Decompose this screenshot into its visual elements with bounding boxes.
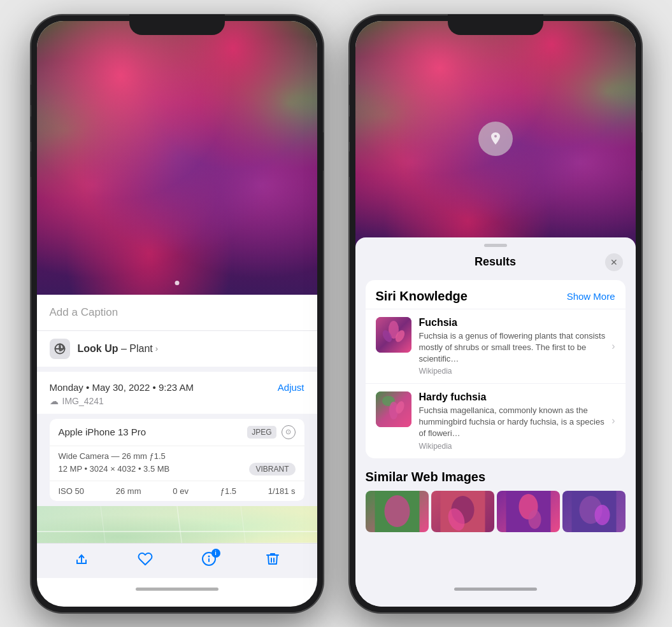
left-toolbar: i <box>37 543 317 578</box>
lookup-row[interactable]: Look Up – Plant › <box>37 330 317 367</box>
share-button[interactable] <box>74 551 89 570</box>
format-badge: JPEG <box>247 426 276 439</box>
device-row: Apple iPhone 13 Pro JPEG ⊙ <box>50 419 304 446</box>
right-volume-down-button[interactable] <box>349 151 350 177</box>
exif-focal: 26 mm <box>116 486 141 496</box>
siri-knowledge-title: Siri Knowledge <box>376 289 468 304</box>
fuchsia-thumbnail <box>376 317 411 353</box>
lookup-label: Look Up – Plant <box>78 343 153 355</box>
hardy-fuchsia-description: Fuchsia magellanica, commonly known as t… <box>419 405 608 440</box>
fuchsia-name: Fuchsia <box>419 317 608 328</box>
siri-knowledge-header: Siri Knowledge Show More <box>366 280 626 309</box>
device-name: Apple iPhone 13 Pro <box>59 426 147 437</box>
hardy-chevron: › <box>611 415 615 426</box>
results-title: Results <box>386 255 605 269</box>
similar-web-title: Similar Web Images <box>366 470 626 484</box>
trash-button[interactable] <box>265 551 280 570</box>
location-badge[interactable]: ⊙ <box>282 425 296 439</box>
device-badges: JPEG ⊙ <box>247 425 295 439</box>
info-badge: i <box>211 549 220 558</box>
date-section: Monday • May 30, 2022 • 9:23 AM Adjust ☁… <box>37 372 317 414</box>
camera-specs: Wide Camera — 26 mm ƒ1.5 12 MP • 3024 × … <box>50 446 304 481</box>
right-photo-display <box>355 21 636 257</box>
photo-details: Add a Caption Look Up – Plant › <box>37 295 317 557</box>
left-phone-screen: Add a Caption Look Up – Plant › <box>37 21 317 607</box>
knowledge-item-fuchsia[interactable]: Fuchsia Fuchsia is a genus of flowering … <box>366 309 626 384</box>
svg-point-27 <box>594 505 610 525</box>
similar-image-1[interactable] <box>366 491 429 532</box>
left-home-indicator <box>136 588 218 591</box>
exif-ev: 0 ev <box>173 486 189 496</box>
svg-point-18 <box>384 495 410 527</box>
show-more-button[interactable]: Show More <box>567 291 615 302</box>
left-phone: Add a Caption Look Up – Plant › <box>31 15 324 613</box>
fuchsia-content: Fuchsia Fuchsia is a genus of flowering … <box>419 317 608 376</box>
heart-button[interactable] <box>138 551 153 570</box>
similar-web-section: Similar Web Images <box>355 461 636 537</box>
knowledge-item-hardy-fuchsia[interactable]: Hardy fuchsia Fuchsia magellanica, commo… <box>366 383 626 458</box>
filename: IMG_4241 <box>62 396 104 406</box>
device-section: Apple iPhone 13 Pro JPEG ⊙ Wide Camera —… <box>50 419 304 501</box>
hardy-fuchsia-name: Hardy fuchsia <box>419 391 608 403</box>
camera-spec-size: 12 MP • 3024 × 4032 • 3.5 MB <box>59 464 170 474</box>
svg-point-24 <box>528 510 541 529</box>
volume-up-button[interactable] <box>31 116 31 142</box>
info-button[interactable]: i <box>201 551 217 570</box>
exif-iso: ISO 50 <box>59 486 84 496</box>
right-phone-screen: Results ✕ Siri Knowledge Show More <box>355 21 636 607</box>
similar-image-3[interactable] <box>497 491 560 532</box>
date-text: Monday • May 30, 2022 • 9:23 AM <box>50 382 194 393</box>
adjust-button[interactable]: Adjust <box>278 382 304 393</box>
similar-image-2[interactable] <box>431 491 494 532</box>
cloud-icon: ☁ <box>50 396 59 406</box>
hardy-fuchsia-source: Wikipedia <box>419 442 608 451</box>
flower-image <box>37 21 317 295</box>
power-button[interactable] <box>323 132 324 171</box>
caption-area[interactable]: Add a Caption <box>37 295 317 330</box>
similar-image-4[interactable] <box>562 491 626 532</box>
volume-down-button[interactable] <box>31 151 31 177</box>
fuchsia-description: Fuchsia is a genus of flowering plants t… <box>419 330 608 365</box>
right-phone: Results ✕ Siri Knowledge Show More <box>349 15 642 613</box>
caption-placeholder[interactable]: Add a Caption <box>50 306 118 318</box>
silent-button[interactable] <box>31 85 31 105</box>
fuchsia-source: Wikipedia <box>419 367 608 376</box>
exif-row: ISO 50 26 mm 0 ev ƒ1.5 1/181 s <box>50 481 304 501</box>
results-sheet: Results ✕ Siri Knowledge Show More <box>355 237 636 607</box>
hardy-fuchsia-content: Hardy fuchsia Fuchsia magellanica, commo… <box>419 391 608 451</box>
exif-aperture: ƒ1.5 <box>220 486 236 496</box>
right-home-indicator <box>454 588 537 591</box>
right-silent-button[interactable] <box>349 85 350 105</box>
results-header: Results ✕ <box>355 247 636 278</box>
right-volume-up-button[interactable] <box>349 116 350 142</box>
lookup-chevron: › <box>155 344 158 353</box>
siri-knowledge-card: Siri Knowledge Show More <box>366 280 626 458</box>
visual-search-button[interactable] <box>478 122 513 156</box>
camera-spec-line1: Wide Camera — 26 mm ƒ1.5 <box>59 451 296 461</box>
exif-shutter: 1/181 s <box>268 486 296 496</box>
photo-page-dot <box>175 281 179 285</box>
fuchsia-chevron: › <box>611 341 615 352</box>
similar-images-grid <box>366 491 626 532</box>
hardy-thumbnail <box>376 391 411 427</box>
vibrant-badge: VIBRANT <box>249 463 295 476</box>
photo-display <box>37 21 317 295</box>
right-power-button[interactable] <box>641 132 642 171</box>
close-button[interactable]: ✕ <box>605 253 623 271</box>
lookup-icon <box>50 339 70 359</box>
